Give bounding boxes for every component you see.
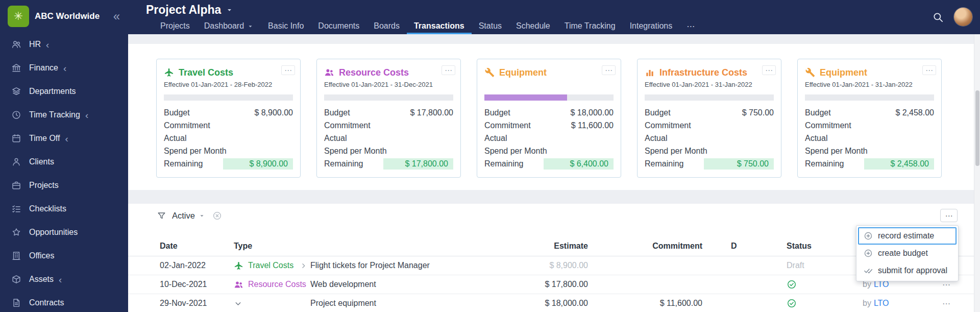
- card-more-icon[interactable]: ⋯: [442, 65, 455, 75]
- tab-integrations[interactable]: Integrations: [623, 19, 680, 34]
- plane-icon: [234, 261, 243, 271]
- tab-projects[interactable]: Projects: [153, 19, 197, 34]
- card-more-icon[interactable]: ⋯: [762, 65, 776, 75]
- circle-plus-icon: [864, 249, 873, 258]
- table-header-row: Date Type Estimate Commitment D Status: [128, 236, 974, 256]
- expand-row-chevron-icon[interactable]: [234, 299, 242, 308]
- card-more-icon[interactable]: ⋯: [281, 65, 295, 75]
- sidebar-item-opportunities[interactable]: Opportunities: [0, 221, 128, 244]
- people-icon: [234, 280, 243, 290]
- col-header-difference[interactable]: D: [702, 242, 787, 251]
- row-label: Commitment: [164, 121, 210, 130]
- transaction-description[interactable]: Flight tickets for Project Manager: [310, 261, 491, 270]
- briefcase-icon: [11, 180, 21, 190]
- tab-transactions[interactable]: Transactions: [407, 19, 472, 34]
- document-icon: [11, 298, 21, 308]
- effective-dates: Effective 01-Jan-2021 - 31-Jan-2022: [805, 81, 934, 90]
- layers-icon: [11, 86, 21, 97]
- card-title: Equipment: [820, 67, 867, 78]
- search-icon[interactable]: [932, 11, 944, 23]
- collapse-sidebar-icon[interactable]: «: [113, 10, 120, 22]
- transaction-description[interactable]: Project equipment: [310, 299, 491, 308]
- sidebar-item-label: Opportunities: [29, 228, 78, 237]
- tab-more[interactable]: ⋯: [679, 19, 702, 34]
- approved-by: by LTO: [863, 299, 919, 308]
- sidebar-item-offices[interactable]: Offices: [0, 244, 128, 268]
- chevron-left-icon: ‹: [65, 134, 68, 143]
- sidebar-item-assets[interactable]: Assets ‹: [0, 268, 128, 291]
- remaining-value: $ 750.00: [704, 158, 774, 170]
- sidebar-item-time-tracking[interactable]: Time Tracking ‹: [0, 103, 128, 127]
- row-label: Budget: [805, 108, 831, 117]
- tab-documents[interactable]: Documents: [311, 19, 366, 34]
- status-draft-badge: Draft: [787, 261, 863, 270]
- row-more-icon[interactable]: ⋯: [919, 299, 959, 308]
- tab-boards[interactable]: Boards: [366, 19, 407, 34]
- sidebar-item-label: Time Off: [29, 134, 60, 143]
- row-label: Remaining: [805, 159, 844, 169]
- row-label: Commitment: [484, 121, 531, 130]
- plane-icon: [164, 67, 174, 78]
- tab-status[interactable]: Status: [472, 19, 509, 34]
- sidebar-header: ✳ ABC Worldwide «: [0, 0, 128, 33]
- col-header-type[interactable]: Type: [234, 242, 310, 251]
- card-title: Travel Costs: [179, 67, 233, 78]
- transaction-row[interactable]: 02-Jan-2022 Travel Costs Flight tickets …: [128, 256, 974, 275]
- transaction-type[interactable]: [234, 299, 310, 308]
- row-label: Remaining: [164, 159, 203, 169]
- budget-value: $ 750.00: [742, 108, 774, 117]
- transaction-row[interactable]: 10-Dec-2021 Resource Costs Web developme…: [128, 275, 974, 294]
- card-title: Infrastructure Costs: [659, 67, 747, 78]
- sidebar-item-projects[interactable]: Projects: [0, 174, 128, 197]
- tab-dashboard[interactable]: Dashboard: [197, 19, 261, 34]
- chevron-left-icon: ‹: [63, 63, 66, 73]
- user-avatar[interactable]: [954, 8, 972, 26]
- sidebar-item-departments[interactable]: Departments: [0, 80, 128, 103]
- scrollbar-thumb[interactable]: [975, 90, 979, 166]
- actions-menu: record estimate create budget submit for…: [856, 225, 959, 281]
- budget-value: $ 18,000.00: [570, 108, 614, 117]
- col-header-commitment[interactable]: Commitment: [588, 242, 702, 251]
- sidebar-item-finance[interactable]: Finance ‹: [0, 56, 128, 80]
- clear-filter-icon[interactable]: [212, 211, 222, 221]
- caret-down-icon[interactable]: [226, 6, 233, 14]
- transaction-type[interactable]: Resource Costs: [234, 280, 310, 290]
- panel-more-button[interactable]: ⋯: [940, 209, 958, 222]
- sidebar-item-contracts[interactable]: Contracts: [0, 291, 128, 312]
- card-more-icon[interactable]: ⋯: [602, 65, 616, 75]
- transaction-row[interactable]: 29-Nov-2021 Project equipment $ 18,000.0…: [128, 294, 974, 312]
- menu-item-record-estimate[interactable]: record estimate: [858, 227, 957, 245]
- double-check-icon: [864, 266, 873, 275]
- filter-active-dropdown[interactable]: Active: [157, 211, 212, 221]
- transaction-description[interactable]: Web development: [310, 280, 491, 289]
- menu-item-create-budget[interactable]: create budget: [858, 245, 957, 262]
- commitment-value: $ 11,600.00: [588, 299, 702, 308]
- sidebar-item-time-off[interactable]: Time Off ‹: [0, 127, 128, 150]
- caret-down-icon: [247, 23, 254, 30]
- vertical-scrollbar[interactable]: [974, 34, 980, 312]
- filter-row: Active ⋯: [128, 204, 974, 227]
- menu-item-submit-for-approval[interactable]: submit for approval: [858, 262, 957, 279]
- transaction-type[interactable]: Travel Costs: [234, 261, 310, 271]
- sidebar-item-label: Clients: [29, 157, 54, 166]
- row-label: Actual: [805, 134, 827, 143]
- card-title: Resource Costs: [339, 67, 409, 78]
- tab-time-tracking[interactable]: Time Tracking: [557, 19, 623, 34]
- col-header-date[interactable]: Date: [160, 242, 234, 251]
- sidebar-item-checklists[interactable]: Checklists: [0, 197, 128, 221]
- card-more-icon[interactable]: ⋯: [922, 65, 936, 75]
- row-label: Spend per Month: [805, 147, 868, 156]
- sidebar-item-clients[interactable]: Clients: [0, 150, 128, 174]
- people-icon: [324, 67, 334, 78]
- sidebar-item-label: Departments: [29, 87, 76, 96]
- approver-link[interactable]: LTO: [874, 299, 889, 308]
- row-label: Budget: [484, 108, 510, 117]
- col-header-estimate[interactable]: Estimate: [491, 242, 588, 251]
- tab-schedule[interactable]: Schedule: [509, 19, 557, 34]
- page-title[interactable]: Project Alpha: [146, 3, 221, 17]
- col-header-status[interactable]: Status: [787, 242, 863, 251]
- row-label: Spend per Month: [645, 147, 707, 156]
- sidebar-item-hr[interactable]: HR ‹: [0, 33, 128, 56]
- row-label: Spend per Month: [484, 147, 547, 156]
- tab-basic-info[interactable]: Basic Info: [261, 19, 311, 34]
